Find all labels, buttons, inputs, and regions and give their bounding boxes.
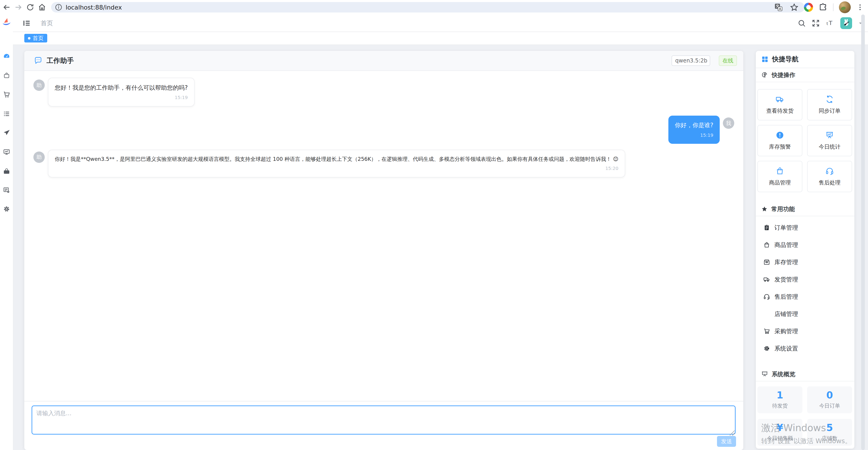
monitor-chart-icon [3, 148, 10, 156]
bookmark-star-icon[interactable] [789, 3, 799, 12]
sidebar-collapse-icon[interactable] [23, 19, 31, 28]
search-icon[interactable] [798, 19, 806, 27]
function-item-orders[interactable]: 订单管理 [756, 219, 855, 236]
functions-title: 常用功能 [756, 202, 855, 216]
function-item-aftersale[interactable]: 售后管理 [756, 288, 855, 305]
function-label: 订单管理 [774, 224, 798, 232]
panel-header: 快捷导航 [756, 51, 855, 68]
page-scrollbar[interactable] [861, 14, 865, 450]
chat-header: 工作助手 qwen3.5:2b 在线 [24, 51, 743, 71]
chart-board-icon [825, 131, 834, 140]
function-item-settings[interactable]: 系统设置 [756, 340, 855, 357]
browser-home-icon[interactable] [37, 2, 47, 12]
sidebar-item-dashboard[interactable] [0, 50, 13, 63]
functions-list: 订单管理 商品管理 库存管理 发货管理 售后管理 店铺管理 [756, 216, 855, 357]
message-text: 您好！我是您的工作助手，有什么可以帮助您的吗? [55, 83, 188, 92]
textarea-resize-handle[interactable] [730, 430, 735, 436]
app-logo[interactable] [1, 18, 12, 30]
sidebar-item-inventory[interactable] [0, 108, 13, 120]
url-text[interactable]: localhost:88/index [66, 4, 122, 11]
overview-title: 系统概览 [756, 367, 855, 381]
quick-nav-panel: 快捷导航 快捷操作 查看待发货 同步订单 库存预警 今日统计 [756, 51, 855, 449]
function-label: 库存管理 [774, 258, 798, 266]
model-select-value: qwen3.5:2b [675, 57, 707, 64]
function-item-purchase[interactable]: 采购管理 [756, 323, 855, 340]
browser-menu-kebab-icon[interactable] [856, 3, 864, 11]
toolbar-separator [833, 3, 834, 11]
model-select[interactable]: qwen3.5:2b [672, 55, 710, 66]
fullscreen-icon[interactable] [812, 19, 820, 27]
extension-ring-icon[interactable] [804, 3, 813, 12]
font-size-icon[interactable]: tT [826, 19, 834, 28]
function-item-products[interactable]: 商品管理 [756, 236, 855, 253]
message-user: 你好，你是谁? 15:19 我 [33, 116, 734, 144]
quick-actions-title: 快捷操作 [756, 68, 855, 82]
function-item-shop[interactable]: 店铺管理 [756, 305, 855, 323]
user-avatar[interactable] [840, 17, 852, 29]
quick-action-label: 今日统计 [819, 143, 840, 150]
sidebar-item-shop[interactable] [0, 165, 13, 178]
breadcrumb[interactable]: 首页 [41, 19, 53, 27]
browser-forward-icon[interactable] [13, 2, 24, 12]
shopping-bag-icon [776, 167, 784, 175]
stat-value: 1 [776, 390, 783, 400]
stat-value: ¥ [776, 423, 783, 432]
quick-action-inventory-alert[interactable]: 库存预警 [757, 125, 802, 156]
stat-label: 今日销售额 [767, 435, 793, 442]
online-status-badge: 在线 [719, 55, 737, 66]
extensions-puzzle-icon[interactable] [818, 3, 828, 12]
svg-text:T: T [829, 19, 832, 26]
stat-today-orders: 0 今日订单 [807, 386, 852, 413]
alert-icon [776, 131, 784, 140]
sidebar-item-shipping[interactable] [0, 126, 13, 139]
bag-icon [3, 72, 10, 79]
message-bubble: 您好！我是您的工作助手，有什么可以帮助您的吗? 15:19 [48, 78, 195, 107]
gear-icon [3, 205, 10, 213]
clipboard-icon [763, 224, 770, 231]
tag-home[interactable]: 首页 [24, 34, 47, 42]
quick-action-view-pending-shipments[interactable]: 查看待发货 [757, 89, 802, 120]
sidebar-item-products[interactable] [0, 69, 13, 82]
tag-bar: 首页 [13, 32, 868, 45]
sidebar-item-statistics[interactable] [0, 146, 13, 158]
browser-back-icon[interactable] [1, 2, 12, 12]
quick-action-label: 售后处理 [819, 179, 840, 186]
truck-icon [776, 95, 784, 103]
grid-icon [761, 56, 769, 63]
quick-action-today-statistics[interactable]: 今日统计 [807, 125, 852, 156]
message-time: 15:19 [55, 94, 188, 101]
cart-icon [763, 328, 770, 335]
quick-action-label: 同步订单 [819, 107, 840, 115]
quick-action-label: 查看待发货 [766, 107, 794, 115]
tag-label: 首页 [33, 34, 43, 42]
message-time: 15:19 [675, 132, 713, 139]
quick-action-sync-orders[interactable]: 同步订单 [807, 89, 852, 120]
scrollbar-thumb[interactable] [861, 14, 865, 450]
sidebar-item-purchase[interactable] [0, 184, 13, 197]
quick-action-aftersale[interactable]: 售后处理 [807, 161, 852, 192]
message-bubble: 你好！我是**Qwen3.5**，是阿里巴巴通义实验室研发的超大规模语言模型。我… [48, 150, 625, 178]
send-button[interactable]: 发送 [717, 436, 736, 447]
assistant-avatar: 助 [33, 80, 45, 91]
function-item-inventory[interactable]: 库存管理 [756, 253, 855, 271]
stat-today-sales: ¥ 今日销售额 [757, 419, 802, 446]
message-input[interactable] [32, 406, 736, 434]
browser-profile-avatar[interactable] [839, 1, 851, 13]
function-label: 系统设置 [774, 344, 798, 353]
message-assistant: 助 你好！我是**Qwen3.5**，是阿里巴巴通义实验室研发的超大规模语言模型… [33, 150, 734, 178]
sidebar-item-orders[interactable] [0, 88, 13, 101]
browser-reload-icon[interactable] [25, 2, 35, 12]
section-label: 快捷操作 [772, 71, 795, 79]
sidebar-item-settings[interactable] [0, 203, 13, 215]
chat-input-area: 发送 [24, 401, 743, 450]
section-label: 常用功能 [771, 205, 795, 213]
message-text: 你好！我是**Qwen3.5**，是阿里巴巴通义实验室研发的超大规模语言模型。我… [55, 155, 618, 163]
function-item-shipping[interactable]: 发货管理 [756, 271, 855, 288]
translate-icon[interactable] [774, 3, 783, 11]
quick-action-product-management[interactable]: 商品管理 [757, 161, 802, 192]
message-list: 助 您好！我是您的工作助手，有什么可以帮助您的吗? 15:19 你好，你是谁? … [24, 71, 743, 401]
site-info-icon[interactable] [55, 3, 62, 11]
address-bar[interactable]: localhost:88/index [51, 2, 805, 12]
rabbit-avatar-icon [841, 18, 851, 28]
dashboard-icon [3, 53, 10, 60]
